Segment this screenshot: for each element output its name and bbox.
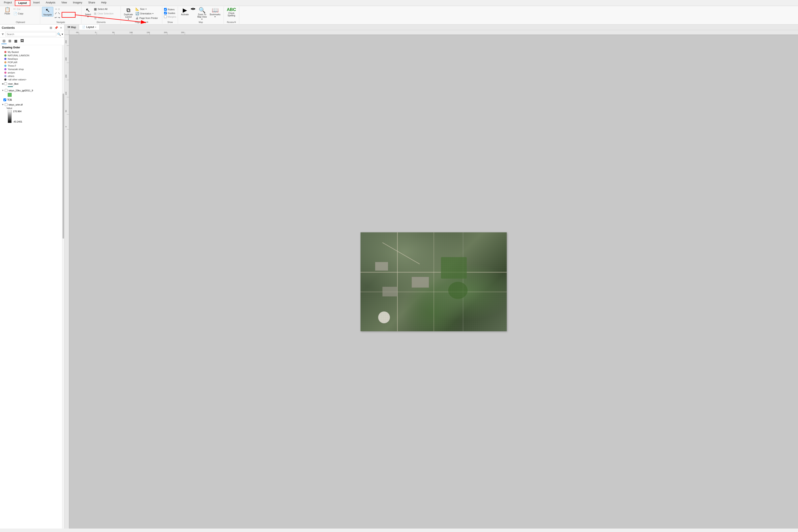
map-area: 🗺 Map 📄 Layout × -50 [64,24,798,529]
nav-btn-3[interactable]: ↩ ↪ [54,16,79,20]
layer-group-srtm-header[interactable]: ▼ tokyo_srtm.tif [0,102,62,107]
tab-analysis[interactable]: Analysis [43,0,58,6]
tokyo23ku-swatch-row [0,93,62,97]
shashin-layer-header[interactable]: 写真 [0,98,62,102]
layer-dot-my-basket [4,51,6,53]
margins-check-item[interactable]: Margins [164,15,176,18]
duplicate-layout-button[interactable]: ⧉ DuplicateLayout ▾ [122,7,134,21]
layer-group-river-header[interactable]: ◀ river_9kei [0,82,62,86]
view-btn-detail[interactable]: 🖼 [19,38,25,44]
tab-help[interactable]: Help [98,0,110,6]
rulers-check-item[interactable]: Rulers [164,8,176,11]
pin-button[interactable]: 📌 [54,26,59,30]
duplicate-dropdown-icon: ▾ [128,18,129,20]
list-item[interactable]: am/pm [0,71,62,74]
cut-button[interactable]: ✂ Cut [13,7,38,11]
bookmarks-chevron: ▾ [214,16,216,18]
search-icon[interactable]: 🔍 [57,33,61,36]
layout-tab-close[interactable]: × [95,26,96,28]
orientation-button[interactable]: 🔄 Orientation ▾ [135,12,160,16]
expand-tokyo23ku-icon: ▼ [2,89,4,92]
activate-button[interactable]: ▶ Activate [180,7,190,16]
tab-layout-view[interactable]: 📄 Layout × [79,24,99,30]
shashin-checkbox[interactable] [3,98,6,101]
svg-text:200: 200 [164,31,167,34]
navigate-extra-btns: ↔ ↕ ⤢ ⤡ ↩ ↪ [54,7,79,20]
tokyo23ku-checkbox[interactable] [5,89,7,92]
view-btn-tree[interactable]: ⊞ [7,38,13,44]
list-item[interactable]: POPLAR [0,61,62,64]
nav-left-icon[interactable]: ◀ [190,7,193,10]
srtm-checkbox[interactable] [5,103,7,106]
check-spelling-button[interactable]: ABC CheckSpelling [226,7,238,17]
river-checkbox[interactable] [4,82,7,85]
close-panel-button[interactable]: × [60,26,62,30]
layer-group-tokyo23ku-header[interactable]: ▼ tokyo_23ku_jgd2011_9 [0,88,62,92]
view-btn-list[interactable]: ⊟ [1,38,7,44]
copy-label: Copy [18,12,23,15]
zoom-to-map-view-button[interactable]: 🔍 Zoom ToMap View ▾ [196,7,208,21]
list-item[interactable]: others [0,74,62,78]
tab-layout[interactable]: Layout [15,0,30,6]
navigate-button[interactable]: ↖ Navigate [42,7,53,17]
search-dropdown-icon[interactable]: ▾ [62,33,63,36]
delete-button[interactable]: 🗑 Delete [93,16,119,20]
tab-view[interactable]: View [58,0,70,6]
scrollbar-thumb[interactable] [62,94,64,239]
tab-share[interactable]: Share [86,0,98,6]
copy-icon: 📄 [13,12,17,15]
list-item[interactable]: <all other values> [0,78,62,81]
view-btn-grid[interactable]: ▦ [13,38,19,44]
srtm-value-swatch-area: 170.964 -43.2401 [0,110,62,124]
list-item[interactable]: NATURAL LAWSON [0,54,62,57]
map-group: ▶ Activate ◀ ▶ 🔍 Zoom ToMap View ▾ 📖 B [178,6,224,24]
guides-checkbox[interactable] [164,12,167,14]
margins-checkbox[interactable] [164,15,167,18]
select-button[interactable]: ↖ Select ▾ [83,7,93,18]
rulers-checkbox[interactable] [164,8,167,11]
layout-tab-icon: 📄 [82,25,86,28]
bookmarks-label: Bookmarks [210,13,221,16]
list-item[interactable]: Yamazaki shop [0,68,62,71]
select-all-button[interactable]: ▦ Select All [93,7,119,11]
review-expand-icon[interactable]: ⧉ [234,21,236,23]
bookmarks-button[interactable]: 📖 Bookmarks ▾ [209,7,222,18]
paste-button[interactable]: 📋 Paste [3,7,12,15]
show-checkboxes: Rulers Guides Margins [164,7,176,18]
contents-list: Drawing Order My Basket NATURAL LAWSON N… [0,45,62,529]
minimize-button[interactable]: ⊞ [49,26,53,30]
tab-imagery[interactable]: Imagery [70,0,85,6]
size-button[interactable]: 📐 Size ▾ [135,7,160,11]
tab-insert[interactable]: Insert [30,0,43,6]
search-input[interactable] [5,32,56,36]
vertical-ruler: 250 200 150 100 50 0 [64,35,69,529]
select-icon: ↖ [86,7,90,13]
contents-controls: ⊞ 📌 × [49,26,62,30]
guides-check-item[interactable]: Guides [164,12,176,15]
clear-selection-button[interactable]: ⊠ Clear Selection [93,12,119,16]
bookmarks-icon: 📖 [212,7,218,13]
delete-icon: 🗑 [94,16,97,20]
layer-name-other-values: <all other values> [8,78,26,81]
map-canvas[interactable] [69,35,798,529]
page-printer-icon: 🖨 [135,16,138,20]
page-from-printer-button[interactable]: 🖨 Page from Printer [135,16,160,20]
nav-right-icon[interactable]: ▶ [193,7,196,10]
nav-btn-1[interactable]: ↔ ↕ [54,7,79,11]
contents-header: Contents ⊞ 📌 × [0,24,64,31]
drawing-order-label: Drawing Order [0,45,62,50]
page-setup-expand-icon[interactable]: ⧉ [147,21,148,23]
nav-arrow-row1: ◀ ▶ [190,7,196,10]
list-item[interactable]: Three-F [0,64,62,68]
tab-map[interactable]: 🗺 Map [64,24,79,30]
nav-btn-2[interactable]: ⤢ ⤡ [54,11,79,15]
list-item[interactable]: My Basket [0,50,62,54]
clipboard-group-label: Clipboard [16,21,25,23]
list-item[interactable]: NewDays [0,57,62,61]
tab-project[interactable]: Project [1,0,15,6]
page-setup-items: ⧉ DuplicateLayout ▾ 📐 Size ▾ 🔄 Orientati… [122,7,160,21]
copy-button[interactable]: 📄 Copy [13,12,38,16]
sidebar-scrollbar[interactable] [62,45,64,529]
layer-name-yamazaki: Yamazaki shop [8,68,24,71]
elements-small-btns: ▦ Select All ⊠ Clear Selection 🗑 Delete [93,7,119,20]
